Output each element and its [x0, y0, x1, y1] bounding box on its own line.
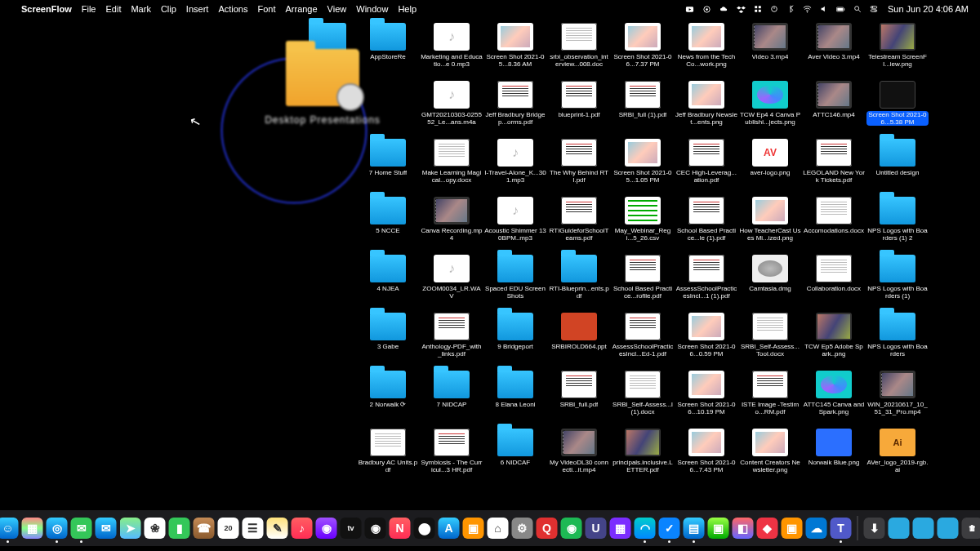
wifi-icon[interactable]: [803, 5, 812, 14]
dock-app-color[interactable]: ◧: [733, 518, 754, 539]
desktop-item[interactable]: Canva Recording.mp4: [420, 197, 483, 254]
desktop-item[interactable]: Content Creators Newsletter.png: [738, 429, 802, 486]
desktop-item[interactable]: Screen Shot 2021-06...0.59 PM: [675, 313, 738, 370]
desktop-item[interactable]: srbi_observation_interview...008.doc: [547, 23, 611, 80]
dock-calendar[interactable]: 20: [218, 518, 239, 539]
zoomed-folder[interactable]: Desktop Presentations: [261, 49, 384, 155]
desktop-item[interactable]: I-Travel-Alone_K...301.mp3: [483, 139, 547, 196]
dock-reminders[interactable]: ☰: [243, 518, 264, 539]
desktop-item[interactable]: Screen Shot 2021-06...5.38 PM: [866, 81, 929, 138]
dock-safari[interactable]: ◎: [47, 518, 68, 539]
desktop-item[interactable]: Screen Shot 2021-06...7.37 PM: [611, 23, 675, 80]
desktop-item[interactable]: Spaced EDU Screen Shots: [483, 255, 547, 312]
dock-maps[interactable]: ➤: [120, 518, 141, 539]
dock-finder[interactable]: ☺: [0, 518, 19, 539]
bluetooth-icon[interactable]: [786, 5, 795, 13]
dropbox-icon[interactable]: [737, 5, 746, 14]
desktop-item[interactable]: RTIGuideforSchoolTeams.pdf: [547, 197, 611, 254]
dock-folder1[interactable]: [889, 518, 910, 539]
desktop-item[interactable]: Camtasia.dmg: [738, 255, 802, 312]
desktop-item[interactable]: Video 3.mp4: [738, 23, 802, 80]
desktop-item[interactable]: SRBI_full.pdf: [547, 371, 611, 428]
desktop-item[interactable]: NPS Logos with Boarders (1) 2: [866, 197, 929, 254]
desktop-item[interactable]: School Based Practice...le (1).pdf: [675, 197, 738, 254]
menu-mark[interactable]: Mark: [131, 4, 150, 14]
desktop-item[interactable]: principals.inclusive.LETTER.pdf: [611, 429, 675, 486]
desktop-item[interactable]: Jeff Bradbury Bridgep...orms.pdf: [483, 81, 547, 138]
dock-stocks[interactable]: ⬤: [414, 518, 435, 539]
desktop-item[interactable]: 5 NCCE: [356, 197, 420, 254]
dock-app-u[interactable]: U: [586, 518, 607, 539]
menu-insert[interactable]: Insert: [186, 4, 209, 14]
dock-launchpad[interactable]: ▦: [22, 518, 43, 539]
control-center-icon[interactable]: [870, 5, 878, 13]
desktop-item[interactable]: 8 Elana Leoni: [483, 371, 547, 428]
desktop-item[interactable]: aver-logo.png: [738, 139, 802, 196]
dock-folder2[interactable]: [913, 518, 934, 539]
menu-window[interactable]: Window: [356, 4, 388, 14]
search-icon[interactable]: [853, 5, 862, 13]
desktop-item[interactable]: Bradbury AC Units.pdf: [356, 429, 420, 486]
dock-trash[interactable]: 🗑: [962, 518, 981, 539]
menu-view[interactable]: View: [327, 4, 347, 14]
dock-notes[interactable]: ✎: [267, 518, 288, 539]
desktop-item[interactable]: AVer_logo_2019-rgb.ai: [866, 429, 929, 486]
desktop-item[interactable]: Anthology-PDF_with_links.pdf: [420, 313, 483, 370]
dock-news[interactable]: N: [390, 518, 411, 539]
desktop-item[interactable]: GMT20210303-025552_Le...ans.m4a: [420, 81, 483, 138]
desktop-item[interactable]: CEC High-Leverag...ation.pdf: [675, 139, 738, 196]
desktop-item[interactable]: Screen Shot 2021-05...8.36 AM: [483, 23, 547, 80]
grid-icon[interactable]: [754, 5, 762, 13]
dock-mail[interactable]: ✉: [96, 518, 117, 539]
menu-arrange[interactable]: Arrange: [285, 4, 317, 14]
youtube-icon[interactable]: [685, 5, 694, 14]
dock-home[interactable]: ⌂: [488, 518, 509, 539]
desktop-item[interactable]: Screen Shot 2021-06...10.19 PM: [675, 371, 738, 428]
desktop-item[interactable]: NPS Logos with Boarders (1): [866, 255, 929, 312]
desktop-item[interactable]: 9 Bridgeport: [483, 313, 547, 370]
dock-spotify[interactable]: ◉: [561, 518, 582, 539]
dock-downloads[interactable]: ⬇: [864, 518, 885, 539]
desktop-item[interactable]: 4 NJEA: [356, 255, 420, 312]
desktop-item[interactable]: Acoustic Shimmer 130BPM..mp3: [483, 197, 547, 254]
desktop-item[interactable]: Collaboration.docx: [802, 255, 866, 312]
dock-anydesk[interactable]: ◆: [757, 518, 778, 539]
desktop-item[interactable]: Accomodations.docx: [802, 197, 866, 254]
desktop-item[interactable]: Aver Video 3.mp4: [802, 23, 866, 80]
desktop-item[interactable]: Screen Shot 2021-05...1.05 PM: [611, 139, 675, 196]
desktop-item[interactable]: TCW Ep5 Adobe Spark..png: [802, 313, 866, 370]
desktop-item[interactable]: TCW Ep4 4 Canva Publishi...jects.png: [738, 81, 802, 138]
dock-voice-memos[interactable]: ◉: [365, 518, 386, 539]
desktop-item[interactable]: ATTC146.mp4: [802, 81, 866, 138]
desktop-item[interactable]: NPS Logos with Boarders: [866, 313, 929, 370]
dock-system-prefs[interactable]: ⚙: [512, 518, 533, 539]
dock-app-p[interactable]: ▦: [610, 518, 631, 539]
dock-facetime[interactable]: ▮: [169, 518, 190, 539]
dock-things[interactable]: ✓: [659, 518, 680, 539]
menu-actions[interactable]: Actions: [218, 4, 247, 14]
desktop-item[interactable]: LEGOLAND New York Tickets.pdf: [802, 139, 866, 196]
desktop-item[interactable]: RTI-Blueprin...ents.pdf: [547, 255, 611, 312]
menu-edit[interactable]: Edit: [105, 4, 121, 14]
toggl-icon[interactable]: [770, 5, 778, 13]
menubar-clock[interactable]: Sun Jun 20 4:06 AM: [888, 4, 969, 14]
desktop-item[interactable]: Jeff Bradbury Newslet...ents.png: [675, 81, 738, 138]
desktop-item[interactable]: SRBI_Self-Assess...l (1).docx: [611, 371, 675, 428]
desktop-item[interactable]: ATTC145 Canva and Spark.png: [802, 371, 866, 428]
dock-app-orange[interactable]: ▣: [782, 518, 803, 539]
desktop-item[interactable]: The Why Behind RTI.pdf: [547, 139, 611, 196]
desktop-item[interactable]: News from the Tech Co...work.png: [675, 23, 738, 80]
dock-tv[interactable]: tv: [341, 518, 362, 539]
desktop-item[interactable]: SRBI_Self-Assess...Tool.docx: [738, 313, 802, 370]
desktop-item[interactable]: Screen Shot 2021-06...7.43 PM: [675, 429, 738, 486]
dock-teams[interactable]: T: [831, 518, 852, 539]
dock-messages[interactable]: ✉: [71, 518, 92, 539]
desktop-item[interactable]: AssessSchoolPracticesIncl...1 (1).pdf: [675, 255, 738, 312]
dock-folder3[interactable]: [938, 518, 959, 539]
desktop-item[interactable]: My VideoDL30 connecti...it.mp4: [547, 429, 611, 486]
menu-clip[interactable]: Clip: [161, 4, 176, 14]
desktop-item[interactable]: SRBI_full (1).pdf: [611, 81, 675, 138]
desktop-item[interactable]: WIN_20210617_10_51_31_Pro.mp4: [866, 371, 929, 428]
desktop-item[interactable]: 6 NIDCAF: [483, 429, 547, 486]
volume-icon[interactable]: [820, 5, 828, 13]
